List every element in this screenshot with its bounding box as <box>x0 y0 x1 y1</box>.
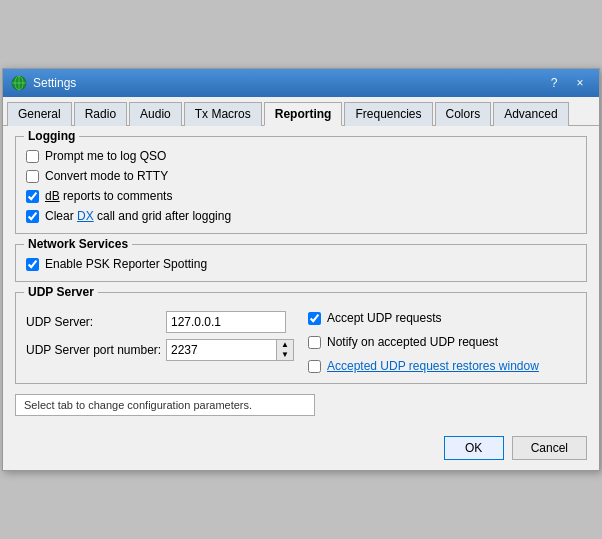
restore-window-label[interactable]: Accepted UDP request restores window <box>327 359 539 373</box>
tab-frequencies[interactable]: Frequencies <box>344 102 432 126</box>
tab-tx-macros[interactable]: Tx Macros <box>184 102 262 126</box>
udp-server-group: UDP Server UDP Server: UDP Server port n… <box>15 292 587 384</box>
db-reports-row: dB reports to comments <box>26 189 576 203</box>
status-bar: Select tab to change configuration param… <box>15 394 587 416</box>
udp-server-label: UDP Server: <box>26 315 166 329</box>
settings-window: Settings ? × General Radio Audio Tx Macr… <box>2 68 600 471</box>
udp-server-group-label: UDP Server <box>24 285 98 299</box>
title-bar: Settings ? × <box>3 69 599 97</box>
db-prefix: dB <box>45 189 60 203</box>
udp-fields: UDP Server: UDP Server port number: ▲ ▼ <box>26 305 294 373</box>
tab-audio[interactable]: Audio <box>129 102 182 126</box>
tab-general[interactable]: General <box>7 102 72 126</box>
enable-psk-label[interactable]: Enable PSK Reporter Spotting <box>45 257 207 271</box>
status-text: Select tab to change configuration param… <box>15 394 315 416</box>
convert-rtty-row: Convert mode to RTTY <box>26 169 576 183</box>
title-bar-left: Settings <box>11 75 76 91</box>
cancel-button[interactable]: Cancel <box>512 436 587 460</box>
udp-port-spinner: ▲ ▼ <box>166 339 294 361</box>
convert-rtty-checkbox[interactable] <box>26 170 39 183</box>
accept-udp-row: Accept UDP requests <box>308 311 576 325</box>
prompt-log-qso-row: Prompt me to log QSO <box>26 149 576 163</box>
dx-link: DX <box>77 209 94 223</box>
clear-dx-label: Clear DX call and grid after logging <box>45 209 231 223</box>
db-reports-suffix: reports to comments <box>63 189 172 203</box>
udp-port-input[interactable] <box>166 339 276 361</box>
close-button[interactable]: × <box>569 74 591 92</box>
udp-server-row: UDP Server: <box>26 311 294 333</box>
restore-window-checkbox[interactable] <box>308 360 321 373</box>
content-area: Logging Prompt me to log QSO Convert mod… <box>3 126 599 432</box>
clear-dx-checkbox[interactable] <box>26 210 39 223</box>
tab-reporting[interactable]: Reporting <box>264 102 343 126</box>
tab-colors[interactable]: Colors <box>435 102 492 126</box>
restore-window-row: Accepted UDP request restores window <box>308 359 576 373</box>
prompt-log-qso-label[interactable]: Prompt me to log QSO <box>45 149 166 163</box>
accept-udp-label[interactable]: Accept UDP requests <box>327 311 442 325</box>
ok-button[interactable]: OK <box>444 436 504 460</box>
clear-prefix: Clear <box>45 209 77 223</box>
enable-psk-row: Enable PSK Reporter Spotting <box>26 257 576 271</box>
tab-advanced[interactable]: Advanced <box>493 102 568 126</box>
convert-rtty-label[interactable]: Convert mode to RTTY <box>45 169 168 183</box>
logging-group-label: Logging <box>24 129 79 143</box>
network-services-group: Network Services Enable PSK Reporter Spo… <box>15 244 587 282</box>
udp-server-area: UDP Server: UDP Server port number: ▲ ▼ <box>26 305 576 373</box>
udp-server-input[interactable] <box>166 311 286 333</box>
network-services-label: Network Services <box>24 237 132 251</box>
enable-psk-checkbox[interactable] <box>26 258 39 271</box>
udp-checkboxes: Accept UDP requests Notify on accepted U… <box>294 305 576 373</box>
help-button[interactable]: ? <box>543 74 565 92</box>
notify-udp-label[interactable]: Notify on accepted UDP request <box>327 335 498 349</box>
app-icon <box>11 75 27 91</box>
logging-group: Logging Prompt me to log QSO Convert mod… <box>15 136 587 234</box>
notify-udp-row: Notify on accepted UDP request <box>308 335 576 349</box>
accept-udp-checkbox[interactable] <box>308 312 321 325</box>
notify-udp-checkbox[interactable] <box>308 336 321 349</box>
db-reports-label: dB reports to comments <box>45 189 172 203</box>
window-title: Settings <box>33 76 76 90</box>
db-reports-checkbox[interactable] <box>26 190 39 203</box>
tab-bar: General Radio Audio Tx Macros Reporting … <box>3 97 599 126</box>
spinner-up-button[interactable]: ▲ <box>277 340 293 350</box>
spinner-down-button[interactable]: ▼ <box>277 350 293 360</box>
tab-radio[interactable]: Radio <box>74 102 127 126</box>
udp-port-row: UDP Server port number: ▲ ▼ <box>26 339 294 361</box>
prompt-log-qso-checkbox[interactable] <box>26 150 39 163</box>
clear-dx-row: Clear DX call and grid after logging <box>26 209 576 223</box>
footer: OK Cancel <box>3 432 599 470</box>
clear-dx-suffix: call and grid after logging <box>94 209 231 223</box>
title-buttons: ? × <box>543 74 591 92</box>
spinner-buttons: ▲ ▼ <box>276 339 294 361</box>
udp-port-label: UDP Server port number: <box>26 343 166 357</box>
